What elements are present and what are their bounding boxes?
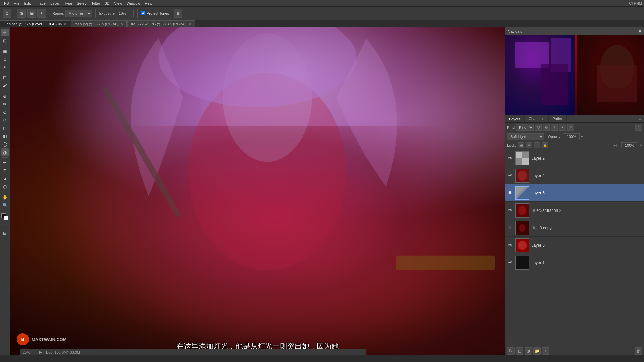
tool-artboard[interactable]: ⊞ [1, 37, 9, 44]
navigator-collapse[interactable]: ≡ [639, 28, 641, 34]
layer-item-5[interactable]: 👁 Layer 5 [505, 237, 644, 254]
layers-tab-channels[interactable]: Channels [525, 115, 548, 122]
range-group: Range: Highlights Midtones Shadows [52, 10, 92, 17]
layer-item-2[interactable]: 👁 Layer 2 [505, 149, 644, 167]
protect-tones-label[interactable]: Protect Tones [141, 11, 169, 15]
tab-img-close[interactable]: ✕ [189, 22, 191, 26]
lock-pixels-btn[interactable]: ✏ [526, 142, 532, 148]
tool-healing[interactable]: ⊕ [1, 92, 9, 100]
brush-options-btn[interactable]: ▣ [27, 9, 36, 18]
tool-eraser[interactable]: ◻ [1, 124, 9, 132]
new-layer-btn[interactable]: + [542, 347, 549, 355]
menu-file[interactable]: File [12, 1, 22, 6]
blend-mode-select[interactable]: Soft Light Normal Multiply Screen Overla… [507, 133, 544, 140]
layer-hue2-visibility[interactable]: 👁 [507, 207, 513, 214]
layer-2-visibility[interactable]: 👁 [507, 155, 513, 161]
menu-help[interactable]: Help [143, 1, 154, 6]
tool-blur[interactable]: ◯ [1, 140, 9, 148]
menu-filter[interactable]: Filter [90, 1, 102, 6]
layers-tab-layers[interactable]: Layers [505, 115, 525, 122]
kind-adjustment-btn[interactable]: ◐ [543, 124, 550, 131]
nav-body [597, 65, 637, 102]
brush-tool-btn[interactable]: ⊙ [3, 9, 11, 18]
menu-edit[interactable]: Edit [22, 1, 33, 6]
kind-smart-btn[interactable]: ⊙ [567, 124, 574, 131]
tool-sep-2 [2, 72, 8, 72]
fill-input[interactable] [621, 142, 638, 148]
tab-rosa[interactable]: rosa.jpg @ 66.7% (RGB/8) ✕ [71, 20, 127, 27]
tool-eyedropper[interactable]: 🖊 [1, 82, 9, 89]
layers-panel-menu[interactable]: ≡ [637, 117, 644, 121]
delete-layer-btn[interactable]: 🗑 [635, 347, 642, 355]
play-btn[interactable]: ▶ [39, 350, 42, 354]
tool-move[interactable]: ✛ [1, 29, 9, 36]
layers-tab-paths[interactable]: Paths [549, 115, 567, 122]
opacity-input[interactable] [563, 133, 580, 140]
exposure-input[interactable] [117, 10, 134, 17]
menu-layer[interactable]: Layer [48, 1, 62, 6]
tab-rosa-close[interactable]: ✕ [120, 22, 123, 26]
tab-gab-psd[interactable]: Gab.psd @ 25% (Layer 6, RGB/8#) ✕ [0, 20, 70, 27]
lock-position-btn[interactable]: ✛ [534, 142, 540, 148]
tool-hand[interactable]: ✋ [1, 193, 9, 201]
tool-gradient[interactable]: ◧ [1, 132, 9, 140]
menu-ps[interactable]: PS [2, 1, 11, 6]
tab-gab-close[interactable]: ✕ [64, 22, 66, 26]
adjustment-btn[interactable]: ◑ [525, 347, 532, 355]
layer-item-4[interactable]: 👁 Layer 4 [505, 167, 644, 184]
tool-lasso[interactable]: ⌀ [1, 55, 9, 63]
protect-tones-checkbox[interactable] [141, 11, 145, 15]
menu-select[interactable]: Select [75, 1, 89, 6]
lock-all-btn[interactable]: 🔒 [542, 142, 548, 148]
tool-path[interactable]: ◂ [1, 175, 9, 182]
kind-type-btn[interactable]: T [551, 124, 558, 131]
tool-zoom[interactable]: 🔍 [1, 201, 9, 209]
new-group-btn[interactable]: 📁 [533, 347, 541, 355]
canvas-content: M MAXTWAIN.COM 在这里添加灯光，他是从灯光一则突出她，因为她 [10, 27, 505, 355]
tool-dodge[interactable]: ◑ [1, 148, 9, 156]
kind-pixel-btn[interactable]: ⬡ [535, 124, 542, 131]
tool-wand[interactable]: ✦ [1, 63, 9, 71]
layer-6-visibility[interactable]: 👁 [507, 190, 513, 196]
brush-extra-btn[interactable]: ✦ [37, 9, 46, 18]
menu-view[interactable]: View [112, 1, 124, 6]
nav-left-pane [505, 35, 575, 115]
layer-item-1[interactable]: 👁 Layer 1 [505, 254, 644, 272]
fill-arrow[interactable]: ▾ [640, 143, 642, 148]
tool-brush[interactable]: ✏ [1, 100, 9, 108]
tool-quickmask[interactable]: ⬚ [1, 221, 9, 229]
tool-pen[interactable]: ✒ [1, 159, 9, 166]
tool-history-brush[interactable]: ↺ [1, 116, 9, 124]
layer-hue-copy-visibility[interactable]: 👁 [507, 225, 513, 231]
brush-preset-btn[interactable]: ◑ [17, 9, 26, 18]
kind-select[interactable]: Kind [516, 124, 534, 131]
add-mask-btn[interactable]: ◻ [516, 347, 523, 355]
range-select[interactable]: Highlights Midtones Shadows [65, 10, 92, 17]
layer-4-visibility[interactable]: 👁 [507, 173, 513, 179]
tool-type[interactable]: T [1, 167, 9, 174]
layer-5-visibility[interactable]: 👁 [507, 242, 513, 248]
extra-tool-btn[interactable]: ⊕ [174, 9, 182, 18]
tab-img2262[interactable]: IMG-2262.JPG @ 33.3% (RGB/8) ✕ [127, 20, 195, 27]
kind-more-btn[interactable]: ≡ [635, 124, 642, 131]
add-fx-btn[interactable]: fx [507, 347, 515, 355]
layer-item-hue-copy[interactable]: 👁 Hue 0 copy [505, 219, 644, 237]
background-color[interactable] [4, 216, 8, 220]
menu-window[interactable]: Window [125, 1, 142, 6]
layer-item-6[interactable]: 👁 Layer 6 [505, 184, 644, 202]
opacity-arrow[interactable]: ▾ [581, 134, 583, 139]
layer-hue-copy-name: Hue 0 copy [531, 226, 642, 230]
tool-crop[interactable]: ⊡ [1, 74, 9, 81]
tool-shape[interactable]: ⬡ [1, 183, 9, 190]
lock-transparent-btn[interactable]: ▣ [518, 142, 524, 148]
menu-3d[interactable]: 3D [103, 1, 111, 6]
menu-type[interactable]: Type [62, 1, 74, 6]
layer-1-visibility[interactable]: 👁 [507, 260, 513, 266]
tool-sep-3 [2, 90, 8, 91]
tool-screen-mode[interactable]: ⊞ [1, 229, 9, 237]
kind-shape-btn[interactable]: ▲ [559, 124, 566, 131]
menu-image[interactable]: Image [33, 1, 48, 6]
tool-marquee[interactable]: ▣ [1, 47, 9, 55]
tool-clone[interactable]: ⊙ [1, 108, 9, 116]
layer-item-hue2[interactable]: 👁 Hue/Saturation 2 [505, 202, 644, 219]
